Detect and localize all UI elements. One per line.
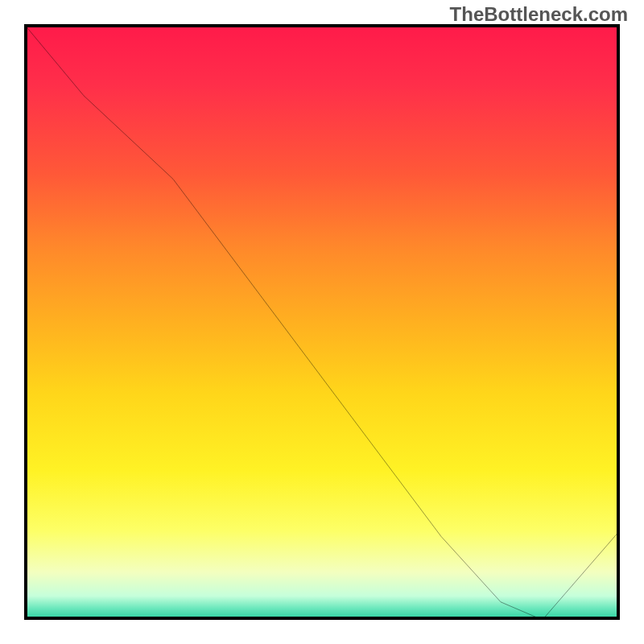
line-curve <box>24 24 620 620</box>
data-line <box>24 24 620 620</box>
watermark-text: TheBottleneck.com <box>450 3 628 26</box>
plot-area <box>24 24 620 620</box>
